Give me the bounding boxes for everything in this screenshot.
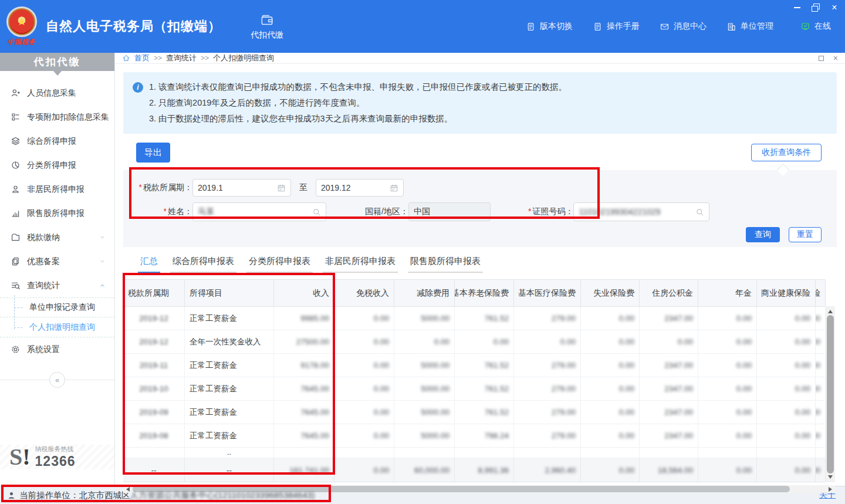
period-to-input[interactable]: 2019.12 bbox=[316, 179, 404, 197]
table-row-clipped[interactable]: .. bbox=[123, 448, 825, 458]
tab[interactable]: 分类所得申报表 bbox=[246, 256, 313, 273]
table-cell: 0.00 bbox=[698, 424, 757, 447]
sidebar-header: 代扣代缴 bbox=[0, 53, 114, 71]
table-cell: 27500.00 bbox=[274, 330, 334, 353]
scroll-down-icon[interactable] bbox=[826, 475, 835, 482]
header-menu-item[interactable]: 在线 bbox=[800, 21, 831, 32]
table-row[interactable]: 2019-11正常工资薪金9178.000.005000.00761.52279… bbox=[123, 354, 825, 377]
person-icon bbox=[11, 88, 21, 98]
table-cell: 正常工资薪金 bbox=[185, 307, 274, 330]
pane-close-icon[interactable]: × bbox=[833, 54, 838, 62]
header-menu-label: 操作手册 bbox=[607, 21, 640, 32]
table-cell: 761.52 bbox=[455, 307, 514, 330]
table-row[interactable]: 2019-08正常工资薪金7645.000.005000.00798.24279… bbox=[123, 424, 825, 448]
layers-icon bbox=[11, 136, 21, 146]
sidebar-item-label: 专项附加扣除信息采集 bbox=[27, 112, 109, 123]
minimize-icon[interactable] bbox=[792, 4, 802, 12]
reset-button[interactable]: 重置 bbox=[789, 227, 822, 242]
calendar-icon[interactable] bbox=[390, 184, 398, 192]
name-input[interactable]: 马某 bbox=[192, 202, 326, 221]
query-button[interactable]: 查询 bbox=[746, 227, 780, 242]
tab[interactable]: 汇总 bbox=[138, 256, 160, 273]
header-tab-label: 代扣代缴 bbox=[251, 30, 283, 40]
table-row[interactable]: 2019-12正常工资薪金9985.000.005000.00761.52279… bbox=[123, 307, 825, 330]
table-cell: 279.00 bbox=[514, 377, 581, 400]
restore-icon[interactable] bbox=[811, 4, 820, 12]
sidebar-item[interactable]: 专项附加扣除信息采集 bbox=[0, 105, 114, 129]
table-total-row[interactable]: ----161,741.000.0060,000.008,991.362,960… bbox=[123, 458, 825, 482]
current-unit-blurred: 人力资源公共服务中心(12110102339685384643) bbox=[130, 490, 315, 501]
pane-maximize-icon[interactable] bbox=[819, 56, 824, 61]
table-cell: 0.00 bbox=[757, 401, 816, 424]
header-tab-daikou[interactable]: 代扣代缴 bbox=[251, 12, 283, 40]
sidebar-subitem[interactable]: 单位申报记录查询 bbox=[0, 297, 114, 317]
table-cell: 18,564.00 bbox=[640, 458, 698, 482]
calendar-icon[interactable] bbox=[277, 184, 286, 192]
table-row[interactable]: 2019-09正常工资薪金7645.000.005000.00761.52279… bbox=[123, 401, 825, 424]
search-icon[interactable] bbox=[312, 208, 321, 217]
sidebar-item[interactable]: 人员信息采集 bbox=[0, 81, 114, 105]
sidebar-item[interactable]: 非居民所得申报 bbox=[0, 177, 114, 201]
period-from-input[interactable]: 2019.1 bbox=[192, 179, 291, 197]
tab[interactable]: 综合所得申报表 bbox=[170, 256, 236, 273]
table-row[interactable]: 2019-12全年一次性奖金收入27500.000.000.000.000.00… bbox=[123, 330, 825, 354]
table-cell bbox=[455, 448, 514, 458]
scroll-right-icon[interactable] bbox=[828, 485, 835, 493]
sidebar-item-label: 系统设置 bbox=[27, 344, 60, 355]
export-button[interactable]: 导出 bbox=[136, 143, 170, 163]
id-number-input[interactable]: 110102199304221029 bbox=[573, 202, 709, 221]
sidebar-item[interactable]: 系统设置 bbox=[0, 337, 114, 361]
sidebar-item[interactable]: 税款缴纳 bbox=[0, 225, 114, 249]
header-menu-item[interactable]: 消息中心 bbox=[660, 21, 707, 32]
table-cell: 年金 bbox=[698, 280, 757, 306]
sidebar-item-label: 人员信息采集 bbox=[27, 88, 76, 99]
table-cell: 失业保险费 bbox=[581, 280, 640, 306]
table-cell: 0.00 bbox=[581, 307, 640, 330]
sidebar-item[interactable]: 查询统计 bbox=[0, 273, 114, 297]
sidebar-collapse-button[interactable]: « bbox=[49, 372, 65, 388]
table-cell: 税款所属期 bbox=[123, 280, 185, 306]
search-icon[interactable] bbox=[695, 208, 704, 217]
table-cell: 收入 bbox=[274, 280, 334, 306]
table-cell: 0.00 bbox=[816, 401, 826, 424]
header-menu-item[interactable]: 操作手册 bbox=[593, 21, 640, 32]
table-cell: 0.00 bbox=[757, 354, 816, 377]
doc-icon bbox=[526, 22, 536, 32]
breadcrumb-home[interactable]: 首页 bbox=[134, 53, 150, 63]
name-value: 马某 bbox=[198, 207, 214, 217]
sidebar-item[interactable]: 优惠备案 bbox=[0, 249, 114, 273]
breadcrumb-separator: >> bbox=[154, 54, 162, 62]
table-cell: 0.00 bbox=[816, 354, 826, 377]
chevron-down-icon bbox=[99, 234, 106, 241]
table-cell: 商业健康保险 bbox=[757, 280, 816, 306]
table-cell: 279.00 bbox=[514, 401, 581, 424]
sidebar-item[interactable]: 分类所得申报 bbox=[0, 153, 114, 177]
table-cell bbox=[698, 448, 757, 458]
vertical-scroll-thumb[interactable] bbox=[827, 315, 834, 473]
sidebar-item[interactable]: 综合所得申报 bbox=[0, 129, 114, 153]
close-icon[interactable]: × bbox=[830, 4, 839, 12]
vertical-scrollbar[interactable] bbox=[826, 306, 835, 482]
notice-panel: i 1. 该查询统计表仅能查询已申报成功的数据，不包含未申报、申报失败，已申报但… bbox=[123, 72, 837, 134]
sidebar-item[interactable]: 限售股所得申报 bbox=[0, 201, 114, 225]
header-menu-item[interactable]: 单位管理 bbox=[726, 21, 773, 32]
table-cell: 0.00 bbox=[581, 354, 640, 377]
table-row[interactable]: 2019-10正常工资薪金7645.000.005000.00761.52279… bbox=[123, 377, 825, 401]
table-cell: 5000.00 bbox=[394, 401, 455, 424]
table-cell: 2019-11 bbox=[123, 354, 185, 377]
scroll-left-icon[interactable] bbox=[123, 485, 130, 493]
table-header-row: 税款所属期所得项目收入免税收入减除费用基本养老保险费基本医疗保险费失业保险费住房… bbox=[123, 279, 825, 307]
fold-query-button[interactable]: 收折查询条件 bbox=[751, 144, 822, 161]
table-cell bbox=[640, 448, 698, 458]
required-asterisk: * bbox=[139, 182, 142, 192]
scroll-up-icon[interactable] bbox=[826, 307, 835, 314]
to-label: 至 bbox=[299, 182, 307, 193]
sidebar-subitem[interactable]: 个人扣缴明细查询 bbox=[0, 317, 114, 337]
tab[interactable]: 非居民所得申报表 bbox=[323, 256, 398, 273]
sidebar-item-label: 非居民所得申报 bbox=[27, 184, 84, 195]
tab[interactable]: 限售股所得申报表 bbox=[408, 256, 483, 273]
header-menu-item[interactable]: 版本切换 bbox=[526, 21, 573, 32]
id-label: *证照号码： bbox=[528, 207, 573, 217]
table-cell: 0.00 bbox=[698, 458, 757, 482]
table-cell: 0.00 bbox=[640, 330, 698, 353]
